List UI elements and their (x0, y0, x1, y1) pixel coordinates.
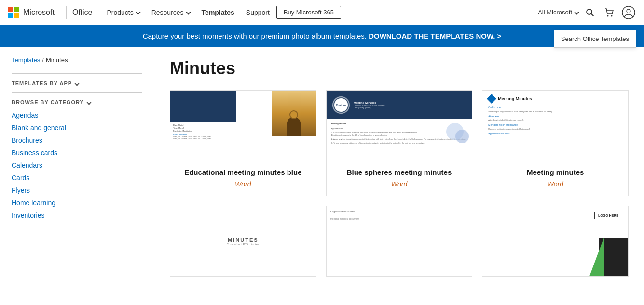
nav-products[interactable]: Products (102, 6, 144, 19)
templates-by-app-chevron-icon (75, 81, 80, 86)
template-name-blue: Blue spheres meeting minutes (334, 168, 465, 176)
sidebar-item-home-learning[interactable]: Home learning (12, 197, 142, 209)
svg-point-11 (455, 130, 469, 143)
office-label: Office (72, 8, 93, 17)
all-microsoft-chevron-icon (575, 10, 579, 15)
template-thumbnail-org: Organization Name Meeting minutes docume… (327, 206, 472, 276)
cart-icon (604, 8, 614, 17)
banner-cta[interactable]: DOWNLOAD THE TEMPLATES NOW. > (369, 32, 501, 40)
template-thumbnail-edu: [MEETING NAME]MINUTES (170, 91, 316, 160)
template-card-logo[interactable]: LOGO HERE (482, 206, 629, 277)
sidebar-item-flyers[interactable]: Flyers (12, 184, 142, 197)
sidebar-divider-1 (12, 73, 142, 74)
header-divider (66, 6, 67, 19)
nav-resources[interactable]: Resources (147, 6, 195, 19)
template-info-edu: Educational meeting minutes blue Word (170, 160, 316, 196)
svg-rect-1 (14, 7, 19, 12)
templates-by-app-section[interactable]: TEMPLATES BY APP (12, 80, 142, 86)
banner-text: Capture your best moments with our premi… (143, 32, 367, 40)
svg-rect-3 (14, 13, 19, 18)
search-tooltip: Search Office Templates (554, 30, 636, 48)
sidebar-item-inventories[interactable]: Inventories (12, 209, 142, 222)
template-app-blue: Word (334, 180, 465, 188)
breadcrumb-current: Minutes (46, 56, 68, 64)
template-app-meeting: Word (490, 180, 620, 188)
sidebar-item-cards[interactable]: Cards (12, 172, 142, 184)
microsoft-text: Microsoft (23, 8, 55, 17)
template-info-meeting: Meeting minutes Word (482, 160, 628, 196)
search-icon (586, 8, 594, 17)
nav-support[interactable]: Support (241, 6, 274, 19)
buy-microsoft365-button[interactable]: Buy Microsoft 365 (276, 6, 341, 19)
sidebar-item-brochures[interactable]: Brochures (12, 134, 142, 146)
main-nav: Products Resources Templates Support Buy… (102, 6, 538, 19)
promo-banner[interactable]: Capture your best moments with our premi… (0, 25, 644, 47)
template-thumbnail-pta: MINUTES Your school PTA minutes (170, 206, 316, 276)
page-title: Minutes (170, 58, 629, 79)
sidebar-item-business-cards[interactable]: Business cards (12, 146, 142, 159)
main-header: Microsoft Office Products Resources Temp… (0, 0, 644, 25)
template-thumbnail-logo: LOGO HERE (482, 206, 628, 276)
template-card-edu[interactable]: [MEETING NAME]MINUTES (170, 90, 316, 196)
sidebar-divider-2 (12, 92, 142, 93)
template-name-edu: Educational meeting minutes blue (178, 168, 308, 176)
search-button[interactable] (582, 5, 598, 20)
header-right: All Microsoft Search Office Templates (538, 5, 636, 20)
microsoft-logo[interactable]: Microsoft (8, 7, 55, 18)
svg-point-9 (627, 9, 630, 13)
breadcrumb-templates-link[interactable]: Templates (12, 56, 40, 64)
svg-point-6 (607, 15, 609, 16)
sidebar: Templates / Minutes TEMPLATES BY APP BRO… (0, 47, 154, 294)
microsoft-logo-icon (8, 7, 19, 18)
sidebar-item-calendars[interactable]: Calendars (12, 159, 142, 172)
browse-by-category-chevron-icon (86, 100, 91, 105)
template-card-pta[interactable]: MINUTES Your school PTA minutes (170, 206, 316, 277)
products-chevron-icon (136, 10, 140, 15)
svg-rect-0 (8, 7, 13, 12)
cart-button[interactable] (602, 5, 617, 20)
template-info-blue: Blue spheres meeting minutes Word (327, 160, 472, 196)
template-thumbnail-blue: Contoso Meeting Minutes Location: [Addre… (327, 91, 472, 160)
category-nav: Agendas Blank and general Brochures Busi… (12, 109, 142, 222)
account-button[interactable] (621, 5, 636, 20)
template-app-edu: Word (178, 180, 308, 188)
template-card-org[interactable]: Organization Name Meeting minutes docume… (326, 206, 473, 277)
main-content: Minutes [MEETING NAME]MINUTES (154, 47, 644, 294)
breadcrumb: Templates / Minutes (12, 56, 142, 64)
resources-chevron-icon (186, 10, 191, 15)
browse-by-category-section[interactable]: BROWSE BY CATEGORY (12, 99, 142, 105)
all-microsoft-dropdown[interactable]: All Microsoft (538, 9, 578, 16)
main-layout: Templates / Minutes TEMPLATES BY APP BRO… (0, 47, 644, 294)
sidebar-item-blank-general[interactable]: Blank and general (12, 121, 142, 134)
template-name-meeting: Meeting minutes (490, 168, 620, 176)
account-icon (622, 6, 635, 19)
template-card-meeting[interactable]: Meeting Minutes Call to order A meeting … (482, 90, 629, 196)
template-thumbnail-meeting: Meeting Minutes Call to order A meeting … (482, 91, 628, 160)
breadcrumb-separator: / (42, 56, 44, 64)
nav-templates[interactable]: Templates (197, 6, 239, 19)
svg-rect-2 (8, 13, 13, 18)
template-card-blue[interactable]: Contoso Meeting Minutes Location: [Addre… (326, 90, 473, 196)
sidebar-item-agendas[interactable]: Agendas (12, 109, 142, 121)
svg-line-5 (591, 13, 594, 16)
svg-point-7 (611, 15, 613, 16)
template-grid: [MEETING NAME]MINUTES (170, 90, 629, 277)
